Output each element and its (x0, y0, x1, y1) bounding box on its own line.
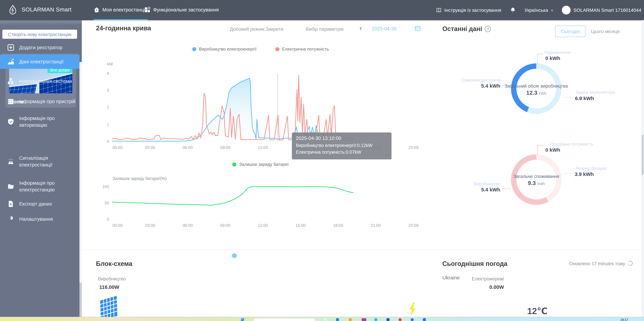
svg-text:00:00: 00:00 (112, 145, 122, 150)
sidebar-item-0[interactable]: Додати реєстратор (0, 41, 80, 55)
page-scrollbar-thumb[interactable] (642, 135, 644, 175)
help-link[interactable]: Інструкція із застосування (436, 7, 501, 13)
sidebar-item-label: Інформація про авторизацію (19, 115, 76, 128)
windows-start-icon[interactable] (241, 318, 244, 321)
weather-location: Ukraine (442, 275, 460, 280)
range-today-button[interactable]: Сьогодні (555, 26, 586, 37)
brand[interactable]: SOLARMAN Smart (8, 5, 72, 15)
battery-soc-chart[interactable]: 050100Залишок заряду батареї(%)00:0003:0… (99, 175, 422, 239)
sidebar-item-label: Сигналізація електростанції (19, 155, 76, 168)
taskbar-app-icon[interactable] (324, 318, 327, 321)
sidebar-scrollbar-thumb[interactable] (80, 62, 82, 283)
svg-text:06:00: 06:00 (183, 145, 193, 150)
taskbar-app-icon[interactable] (336, 318, 339, 321)
sidebar-item-5[interactable]: Сигналізація електростанції (0, 151, 80, 172)
legend-item-production[interactable]: Виробництво електроенергії (192, 47, 256, 52)
svg-text:03:00: 03:00 (145, 145, 155, 150)
solarman-dashboard: SOLARMAN Smart Моя електростанція Функці… (0, 0, 644, 321)
slice-label: Підживлення (544, 50, 570, 55)
svg-text:09:00: 09:00 (220, 223, 230, 228)
legend-item-power[interactable]: Електрична потужність (275, 47, 329, 52)
sidebar-item-2[interactable]: Компонування системи (0, 71, 80, 91)
sidebar-item-6[interactable]: Інформація про електростанцію (0, 176, 80, 197)
sidebar-item-3[interactable]: Інформація про пристрій (0, 91, 80, 112)
language-selector[interactable]: Українська ∨ (524, 8, 553, 13)
taskbar-folder-icon[interactable] (349, 318, 352, 321)
slice-label: Придбана потужність (550, 142, 593, 147)
slice-value: 6.9 kWh (575, 95, 594, 101)
leader-line (562, 173, 574, 174)
svg-text:09:00: 09:00 (220, 145, 230, 150)
slice-value: 5.4 kWh (447, 83, 500, 89)
section-divider (82, 250, 644, 250)
sidebar-item-label: Експорт даних (19, 200, 76, 207)
svg-text:0: 0 (107, 139, 109, 144)
chart-tooltip: 2025-04-30 13:10:00 Виробництво електрое… (292, 132, 392, 159)
date-field[interactable]: 2025-04-30 (372, 26, 396, 31)
tab-functional-application[interactable]: Функціональне застосування (144, 0, 219, 19)
svg-text:15:00: 15:00 (296, 223, 306, 228)
svg-text:23:59: 23:59 (408, 223, 418, 228)
parameter-select[interactable]: Вибір параметрів (306, 26, 344, 32)
book-icon (436, 7, 442, 13)
taskbar-app-icon[interactable] (411, 318, 414, 321)
settings-icon (8, 216, 14, 222)
taskbar-app-icon[interactable] (374, 318, 378, 321)
brand-label: SOLARMAN Smart (22, 7, 72, 13)
svg-text:18:00: 18:00 (333, 223, 343, 228)
refresh-icon[interactable] (628, 261, 632, 265)
svg-text:12:00: 12:00 (258, 223, 268, 228)
tab-my-plant[interactable]: Моя електростанція (94, 0, 148, 20)
help-label: Інструкція із застосування (444, 8, 501, 13)
bell-icon[interactable] (510, 7, 516, 13)
alarm-icon (8, 158, 14, 165)
sidebar-top-glow (0, 20, 82, 25)
tab-label: Функціональне застосування (153, 7, 219, 12)
svg-text:2: 2 (107, 105, 109, 110)
legend-label: Електрична потужність (282, 47, 329, 52)
taskbar-clock[interactable]: 19:17 (620, 318, 628, 321)
solar-panel-icon (99, 296, 125, 317)
slice-label: Заряд акумулятора (576, 90, 615, 95)
user-menu[interactable]: SOLARMAN Smart 1716014044 (562, 6, 641, 15)
svg-text:0: 0 (107, 217, 109, 222)
taskbar-app-icon[interactable] (364, 318, 366, 321)
sidebar-item-1[interactable]: Дані електростанції (0, 55, 80, 69)
language-label: Українська (524, 8, 548, 13)
sidebar-item-label: Дані електростанції (19, 58, 76, 65)
sidebar-item-7[interactable]: Експорт даних (0, 196, 80, 211)
range-month-button[interactable]: Цього місяця (588, 26, 622, 37)
sidebar-item-8[interactable]: Налаштування (0, 212, 80, 226)
production-label: Виробництво (98, 276, 126, 281)
slice-label: Самовикористання (444, 78, 500, 83)
slice-value: 5.4 kWh (447, 187, 500, 192)
day-mode-toggle[interactable]: Добовий режим:Закрити (230, 26, 283, 32)
legend-item-soc[interactable]: Залишок заряду батареї (232, 162, 289, 167)
svg-text:3: 3 (107, 88, 109, 93)
flow-dot-icon (232, 253, 237, 258)
calendar-icon[interactable] (414, 25, 421, 32)
sidebar-item-label: Налаштування (19, 216, 76, 222)
avatar (562, 6, 571, 15)
question-icon[interactable]: ? (485, 26, 491, 32)
tooltip-production: Виробництво електроенергії:0.12kW (296, 143, 388, 148)
page-title: 24-годинна крива (96, 25, 151, 32)
taskbar-app-icon[interactable] (398, 318, 402, 321)
user-label: SOLARMAN Smart 1716014044 (574, 8, 641, 13)
taskbar-app-icon[interactable] (386, 318, 390, 321)
main-content: 24-годинна крива Добовий режим:Закрити В… (82, 20, 644, 317)
prev-day-chevron-icon[interactable]: ‹ (360, 26, 362, 30)
slice-value: 3.9 kWh (575, 171, 594, 177)
sidebar-item-4[interactable]: Інформація про авторизацію (0, 112, 80, 132)
slice-label: Розряд батареї (576, 166, 606, 171)
sidebar-item-label: Додати реєстратор (19, 44, 76, 51)
donut-center-value: 9.3 kWh (511, 180, 562, 187)
taskbar-calendar-icon[interactable] (423, 318, 426, 321)
production-legend-dot-icon (192, 47, 196, 51)
taskbar-search-input[interactable] (253, 318, 316, 321)
soc-legend-dot-icon (232, 162, 236, 166)
svg-text:100: 100 (102, 184, 109, 189)
sidebar-item-label: Компонування системи (19, 78, 76, 85)
windows-taskbar[interactable]: 19:17 (0, 317, 644, 321)
create-station-button[interactable]: Створіть нову електростанцію (2, 30, 77, 39)
